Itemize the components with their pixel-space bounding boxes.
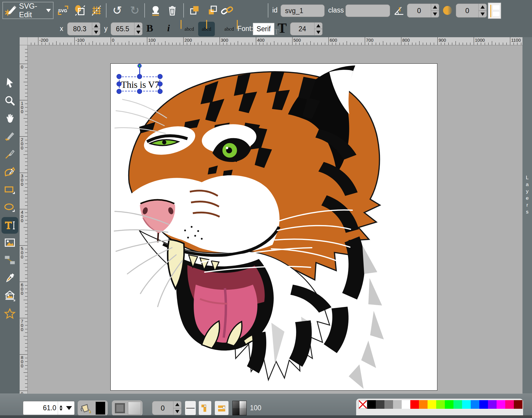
selection-handle-w[interactable] [117, 82, 122, 87]
id-input[interactable]: svg_1 [281, 4, 325, 17]
selection-handle-s[interactable] [137, 89, 142, 94]
tool-select[interactable] [1, 74, 18, 91]
opacity-gradient-button[interactable] [232, 401, 247, 415]
stroke-dash-button[interactable]: — [185, 401, 196, 415]
palette-swatch-ff007f[interactable] [505, 400, 514, 409]
source-editor-button[interactable]: SVG [56, 4, 70, 17]
tool-shape-library[interactable] [1, 288, 18, 304]
angle-spinner[interactable] [431, 4, 439, 18]
font-size-spinner[interactable] [314, 22, 323, 35]
workspace[interactable]: -200-10001002003004005006007008009001000… [20, 37, 522, 394]
palette-swatch-bfbfbf[interactable] [393, 400, 402, 409]
blur-input[interactable]: 0 [456, 4, 479, 18]
palette-swatch-7f00ff[interactable] [488, 400, 497, 409]
palette-swatch-none[interactable] [359, 400, 367, 409]
angle-input[interactable]: 0 [407, 4, 431, 18]
fill-color-swatch[interactable] [96, 402, 105, 415]
zoom-control[interactable]: 61.0 [23, 401, 75, 415]
delete-button[interactable] [165, 4, 179, 17]
tool-eyedropper[interactable] [1, 270, 18, 286]
angle-spin-down[interactable] [431, 10, 439, 18]
blur-spin-down[interactable] [479, 10, 486, 18]
zoom-spinner[interactable] [58, 401, 64, 415]
bold-button[interactable]: B [146, 23, 153, 34]
align-left-button[interactable]: abcd [181, 22, 198, 36]
clone-button[interactable] [149, 4, 162, 17]
y-spinner[interactable] [134, 22, 143, 35]
palette-swatch-ff0000[interactable] [410, 400, 419, 409]
move-to-front-button[interactable] [188, 4, 201, 17]
stroke-width-spinner[interactable] [173, 401, 181, 415]
rotation-handle[interactable] [137, 64, 142, 68]
undo-button[interactable]: ↺ [110, 4, 124, 17]
palette-swatch-ffff00[interactable] [428, 400, 436, 409]
move-to-back-button[interactable] [206, 4, 219, 17]
stroke-linecap-button[interactable] [215, 401, 229, 415]
x-label: x [60, 25, 63, 33]
tool-star[interactable] [1, 305, 18, 322]
selection-handle-e[interactable] [158, 82, 163, 87]
class-input[interactable] [345, 4, 390, 17]
toolbar-separator [144, 3, 145, 18]
palette-swatch-0000ff[interactable] [479, 400, 488, 409]
palette-swatch-7fff00[interactable] [436, 400, 445, 409]
x-input[interactable]: 80.3 [67, 22, 92, 35]
selection-handle-sw[interactable] [117, 89, 122, 94]
make-link-button[interactable] [220, 4, 234, 17]
ellipse-icon [4, 202, 16, 214]
zoom-value[interactable]: 61.0 [23, 401, 58, 415]
palette-swatch-007fff[interactable] [471, 400, 479, 409]
tool-rectangle[interactable] [1, 182, 18, 199]
x-spinner[interactable] [92, 22, 100, 35]
y-input[interactable]: 65.5 [111, 22, 134, 35]
selection-handle-n[interactable] [137, 74, 142, 79]
document-properties-button[interactable] [73, 4, 87, 17]
palette-swatch-ffffff[interactable] [402, 400, 410, 409]
palette-swatch-00ffff[interactable] [462, 400, 471, 409]
palette-swatch-000000[interactable] [367, 400, 376, 409]
svg-canvas[interactable] [111, 64, 437, 390]
shape-library-icon [4, 290, 16, 302]
grid-preferences-icon [90, 4, 102, 16]
editor-preferences-button[interactable] [90, 4, 103, 17]
stroke-linejoin-button[interactable] [199, 401, 211, 415]
palette-swatch-3f3f3f[interactable] [376, 400, 384, 409]
angle-spin-up[interactable] [431, 4, 439, 10]
layers-panel-tab[interactable]: Layers [522, 37, 532, 394]
tool-ellipse[interactable] [1, 200, 18, 216]
blur-spinner[interactable] [479, 4, 487, 18]
tool-path[interactable] [1, 163, 18, 180]
selection-handle-ne[interactable] [158, 74, 163, 79]
redo-button[interactable]: ↻ [128, 4, 142, 17]
main-menu-button[interactable]: SVG-Edit [2, 2, 54, 19]
tool-line[interactable] [1, 146, 18, 163]
zoom-dropdown[interactable] [64, 401, 74, 415]
font-size-icon: T T [274, 21, 288, 36]
stroke-style-swatch[interactable] [128, 402, 141, 415]
align-center-button[interactable]: abcd [198, 22, 215, 36]
tool-text[interactable] [1, 217, 18, 234]
font-family-button[interactable]: Serif [253, 23, 274, 35]
align-right-button[interactable]: abcd [221, 22, 237, 36]
palette-swatch-00ff7f[interactable] [453, 400, 462, 409]
palette-swatch-7f0000[interactable] [514, 400, 522, 409]
align-left-sample: abcd [183, 26, 196, 32]
tool-zoom[interactable] [1, 92, 18, 109]
italic-button[interactable]: i [167, 23, 170, 34]
blur-spin-up[interactable] [479, 4, 486, 10]
palette-swatch-ff7f00[interactable] [419, 400, 428, 409]
tool-pencil[interactable] [1, 128, 18, 145]
selection-handle-se[interactable] [158, 89, 163, 94]
stroke-width-input[interactable]: 0 [152, 401, 173, 415]
tool-pan[interactable] [1, 110, 18, 127]
palette-swatch-7f7f7f[interactable] [384, 400, 393, 409]
tool-connector[interactable] [1, 252, 18, 269]
font-size-input[interactable]: 24 [290, 22, 314, 35]
palette-swatch-00ff00[interactable] [445, 400, 453, 409]
background-panel-button[interactable] [488, 3, 501, 19]
palette-swatch-ff00ff[interactable] [497, 400, 505, 409]
stroke-color-swatch[interactable] [115, 403, 125, 413]
tool-image[interactable] [1, 234, 18, 251]
selection-handle-nw[interactable] [117, 74, 122, 79]
align-center-bar [206, 20, 207, 29]
